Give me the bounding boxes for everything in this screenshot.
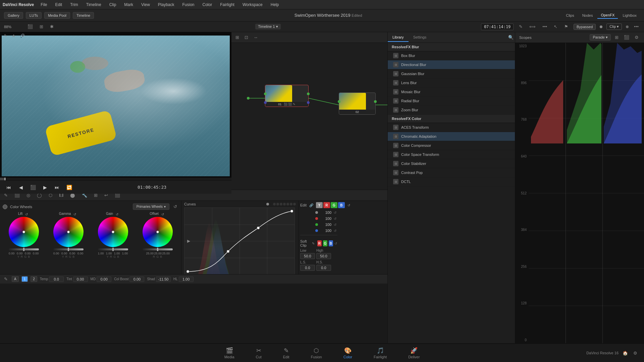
- fx-color-space-transform[interactable]: ⊡ Color Space Transform: [388, 150, 515, 159]
- fx-lens-blur[interactable]: ⊡ Lens Blur: [388, 78, 515, 87]
- scope-type-dropdown[interactable]: Parade ▾: [590, 34, 611, 41]
- edit-link-icon[interactable]: 🔗: [308, 203, 315, 208]
- zoom-level[interactable]: 88%: [4, 25, 11, 29]
- edit-timecode-icon[interactable]: ✎: [518, 23, 524, 30]
- wheels-reset-icon[interactable]: ↺: [172, 203, 178, 210]
- timeline-button[interactable]: Timeline: [73, 12, 94, 19]
- nav-fairlight[interactable]: 🎵 Fairlight: [363, 345, 397, 361]
- menu-mark[interactable]: Mark: [123, 2, 135, 8]
- scope-icon2[interactable]: ⬛: [623, 34, 631, 41]
- channel-b-button[interactable]: B: [338, 202, 345, 208]
- settings-icon[interactable]: ⚙: [632, 350, 639, 356]
- temp-input[interactable]: [49, 277, 64, 282]
- menu-file[interactable]: File: [39, 2, 48, 8]
- sc-ls-input[interactable]: [300, 265, 315, 271]
- viewer-icon[interactable]: ⬛: [26, 23, 34, 30]
- gallery-button[interactable]: Gallery: [4, 12, 23, 19]
- gain-reset-icon[interactable]: ↺: [114, 212, 120, 217]
- clip-button[interactable]: Clip ▾: [606, 23, 622, 30]
- tint-input[interactable]: [73, 277, 88, 282]
- flag-icon[interactable]: ⚑: [563, 23, 570, 30]
- nav-cut[interactable]: ✂ Cut: [245, 345, 272, 361]
- lift-wheel[interactable]: [9, 217, 39, 247]
- soft-clip-reset-button[interactable]: ↺: [334, 241, 337, 246]
- fx-dctl[interactable]: ⊡ DCTL: [388, 177, 515, 186]
- viewer-tool3[interactable]: 🔊: [19, 33, 26, 39]
- lib-search-icon[interactable]: 🔍: [507, 34, 515, 41]
- viewer-timeline[interactable]: [0, 178, 231, 180]
- gain-slider[interactable]: [98, 248, 128, 250]
- play-button[interactable]: ▶: [40, 183, 50, 192]
- sc-low-input[interactable]: [300, 253, 315, 259]
- sc-hs-input[interactable]: [316, 265, 331, 271]
- dots-icon[interactable]: •••: [541, 23, 548, 30]
- hl-input[interactable]: [179, 277, 194, 282]
- fx-zoom-blur[interactable]: ⊡ Zoom Blur: [388, 106, 515, 115]
- node-01[interactable]: 01 ⬛ ⬛ ✎: [265, 85, 309, 107]
- fx-box-blur[interactable]: ⊡ Box Blur: [388, 51, 515, 60]
- menu-clip[interactable]: Clip: [108, 2, 118, 8]
- channel-g-button[interactable]: G: [331, 202, 337, 208]
- menu-fairlight[interactable]: Fairlight: [219, 2, 236, 8]
- offset-reset-icon[interactable]: ↺: [160, 212, 165, 217]
- clips-tab[interactable]: Clips: [562, 12, 577, 19]
- node-grid-icon[interactable]: ⊡: [243, 34, 250, 41]
- nav-deliver[interactable]: 🚀 Deliver: [397, 345, 430, 361]
- media-pool-button[interactable]: Media Pool: [44, 12, 70, 19]
- menu-color[interactable]: Color: [201, 2, 214, 8]
- fx-mosaic-blur[interactable]: ⊡ Mosaic Blur: [388, 87, 515, 97]
- fx-directional-blur[interactable]: ⊡ Directional Blur: [388, 60, 515, 69]
- mode-2-button[interactable]: 2: [31, 276, 37, 282]
- node-02[interactable]: 02: [339, 93, 376, 115]
- grid-icon[interactable]: ⊞: [38, 23, 45, 30]
- gain-wheel[interactable]: [98, 217, 128, 247]
- go-to-end-button[interactable]: ⏭: [52, 183, 62, 192]
- fx-radial-blur[interactable]: ⊡ Radial Blur: [388, 97, 515, 106]
- nodes-tab[interactable]: Nodes: [579, 12, 596, 19]
- offset-wheel[interactable]: [143, 217, 173, 247]
- soft-clip-g-button[interactable]: G: [323, 240, 327, 246]
- lift-reset-icon[interactable]: ↺: [24, 212, 29, 217]
- scope-icon3[interactable]: ⚙: [633, 34, 640, 41]
- menu-edit[interactable]: Edit: [54, 2, 64, 8]
- soft-clip-r-button[interactable]: R: [317, 240, 322, 246]
- channel-y-button[interactable]: Y: [316, 202, 323, 208]
- menu-fusion[interactable]: Fusion: [181, 2, 196, 8]
- menu-view[interactable]: View: [140, 2, 151, 8]
- loop-button[interactable]: 🔁: [64, 183, 74, 192]
- more-options-icon[interactable]: •••: [633, 23, 640, 30]
- edit-reset-r-button[interactable]: ↺: [333, 216, 337, 221]
- nav-edit[interactable]: ✎ Edit: [272, 345, 300, 361]
- prev-frame-button[interactable]: ◀: [16, 183, 25, 192]
- gamma-slider[interactable]: [53, 248, 84, 250]
- menu-trim[interactable]: Trim: [69, 2, 79, 8]
- gamma-wheel[interactable]: [53, 217, 84, 247]
- sc-high-input[interactable]: [316, 253, 331, 259]
- transform-icon[interactable]: ✱: [49, 23, 55, 30]
- menu-playback[interactable]: Playback: [157, 2, 176, 8]
- mode-1-button[interactable]: 1: [21, 276, 28, 282]
- gamma-reset-icon[interactable]: ↺: [72, 212, 77, 217]
- timeline-label[interactable]: Timeline 1 ▾: [255, 24, 280, 29]
- soft-clip-edit-icon[interactable]: ✎: [311, 241, 316, 246]
- lift-slider[interactable]: [9, 248, 39, 250]
- curves-play-btn[interactable]: ▶: [187, 239, 190, 243]
- shad-input[interactable]: [156, 277, 171, 282]
- colboost-input[interactable]: [129, 277, 144, 282]
- fx-color-compressor[interactable]: ⊡ Color Compressor: [388, 141, 515, 150]
- edit-reset-g-button[interactable]: ↺: [333, 222, 337, 227]
- viewer-tool1[interactable]: ✎: [3, 33, 8, 39]
- bypassed-button[interactable]: Bypassed: [574, 24, 596, 30]
- match-icon[interactable]: ⟺: [528, 23, 537, 30]
- pointer-icon[interactable]: ↖: [552, 23, 559, 30]
- lightbox-tab[interactable]: Lightbox: [619, 12, 640, 19]
- soft-clip-b-button[interactable]: B: [329, 240, 333, 246]
- menu-workspace[interactable]: Workspace: [241, 2, 264, 8]
- fx-chromatic-adaptation[interactable]: ⊡ Chromatic Adaptation: [388, 132, 515, 141]
- node-add-icon[interactable]: ⊞: [234, 34, 240, 41]
- nav-fusion[interactable]: ⬡ Fusion: [300, 345, 333, 361]
- mode-a-button[interactable]: A: [12, 276, 19, 282]
- node-layout-icon[interactable]: ↔: [252, 34, 259, 41]
- fx-aces-transform[interactable]: ⊡ ACES Transform: [388, 123, 515, 132]
- home-icon[interactable]: 🏠: [621, 350, 629, 356]
